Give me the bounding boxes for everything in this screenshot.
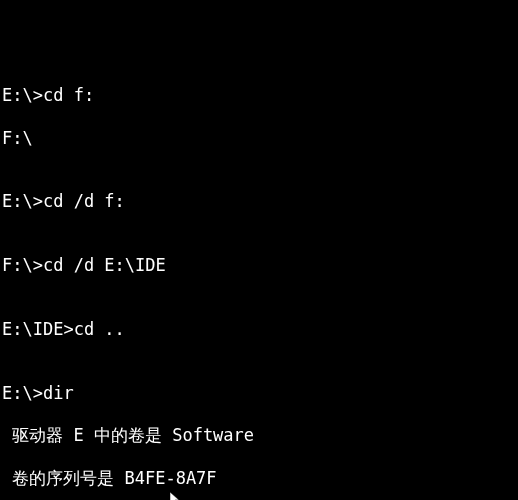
prompt: E:\> [2, 383, 43, 404]
prompt: E:\> [2, 191, 43, 212]
output-line: F:\ [2, 128, 516, 149]
output-line: 驱动器 E 中的卷是 Software [2, 425, 516, 446]
cmd-line[interactable]: E:\>dir [2, 383, 516, 404]
cmd-line[interactable]: E:\>cd f: [2, 85, 516, 106]
command: cd .. [74, 319, 125, 340]
cmd-line[interactable]: E:\>cd /d f: [2, 191, 516, 212]
prompt: E:\> [2, 85, 43, 106]
prompt: E:\IDE> [2, 319, 74, 340]
cmd-line[interactable]: E:\IDE>cd .. [2, 319, 516, 340]
command: cd f: [43, 85, 94, 106]
mouse-cursor-icon [170, 492, 182, 500]
command: cd /d E:\IDE [43, 255, 166, 276]
cmd-line[interactable]: F:\>cd /d E:\IDE [2, 255, 516, 276]
output-line: 卷的序列号是 B4FE-8A7F [2, 468, 516, 489]
command: dir [43, 383, 74, 404]
prompt: F:\> [2, 255, 43, 276]
command: cd /d f: [43, 191, 125, 212]
